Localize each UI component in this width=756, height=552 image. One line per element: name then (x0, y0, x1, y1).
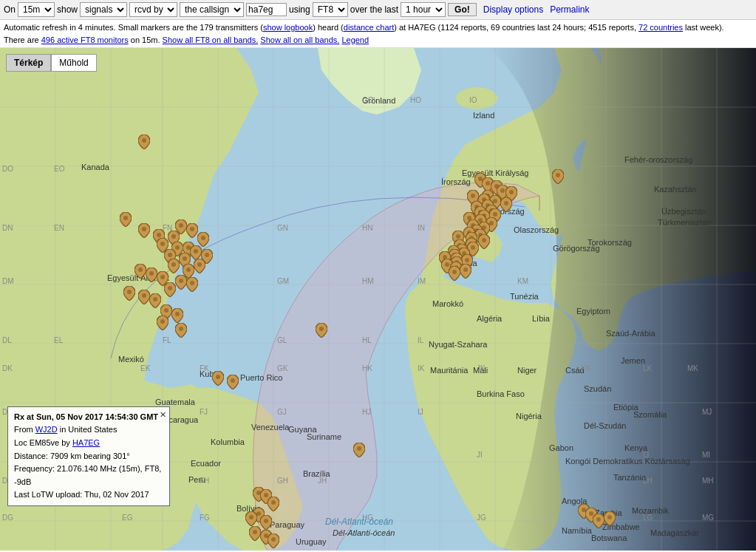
map-marker[interactable] (175, 323, 187, 340)
map-marker[interactable] (194, 259, 205, 276)
svg-point-50 (179, 327, 183, 331)
callsign-type-select[interactable]: the callsign (180, 2, 244, 17)
popup-call-link[interactable]: WJ2D (35, 425, 58, 434)
map-marker[interactable] (227, 375, 239, 392)
muhold-button[interactable]: Műhold (51, 54, 96, 72)
svg-point-58 (357, 446, 361, 451)
svg-point-44 (179, 279, 183, 283)
svg-point-53 (160, 319, 165, 324)
map-marker[interactable] (138, 290, 150, 307)
map-marker[interactable] (175, 275, 187, 292)
display-options-link[interactable]: Display options (483, 4, 543, 15)
show-ft8-link[interactable]: Show all FT8 on all bands. (163, 35, 259, 44)
svg-point-71 (607, 515, 612, 519)
on-label: On (4, 4, 16, 15)
map-marker[interactable] (268, 534, 279, 551)
map-marker[interactable] (175, 219, 187, 236)
map-marker[interactable] (123, 286, 135, 303)
permalink-link[interactable]: Permalink (550, 4, 589, 15)
popup-lotw: Last LoTW upload: Thu, 02 Nov 2017 (14, 488, 163, 502)
svg-point-61 (271, 500, 276, 505)
map-marker[interactable] (268, 497, 279, 514)
map-marker[interactable] (168, 259, 180, 276)
map-marker[interactable] (171, 308, 183, 325)
map-marker[interactable] (478, 234, 490, 251)
svg-point-57 (231, 378, 235, 383)
distance-chart-link[interactable]: distance chart (344, 23, 394, 32)
map-marker[interactable] (249, 526, 261, 543)
map-marker[interactable] (149, 293, 161, 310)
svg-point-113 (452, 270, 457, 274)
svg-point-36 (168, 253, 172, 257)
map-marker[interactable] (593, 514, 605, 531)
popup-from: From WJ2D in United States (14, 423, 163, 437)
svg-point-98 (482, 238, 486, 242)
svg-point-51 (164, 308, 168, 313)
map-marker[interactable] (146, 268, 157, 284)
map-container[interactable]: Térkép Műhold (0, 48, 756, 551)
terkep-button[interactable]: Térkép (6, 54, 51, 72)
mode-select[interactable]: FT8 (313, 2, 348, 17)
countries-link[interactable]: 72 countries (638, 23, 683, 32)
svg-point-30 (201, 236, 205, 240)
svg-point-48 (142, 293, 146, 298)
svg-point-101 (471, 245, 475, 250)
active-monitors-link[interactable]: 496 active FT8 monitors (41, 35, 129, 44)
time-select[interactable]: 1 hour (401, 2, 446, 17)
map-marker[interactable] (120, 212, 132, 229)
show-label: show (57, 4, 78, 15)
svg-point-78 (471, 194, 475, 198)
map-marker[interactable] (552, 169, 564, 186)
map-marker[interactable] (164, 282, 176, 299)
svg-point-56 (216, 375, 220, 379)
legend-link[interactable]: Legend (341, 35, 369, 44)
top-bar: On 15m show signals rcvd by the callsign… (0, 0, 756, 20)
map-marker[interactable] (604, 511, 616, 528)
svg-point-76 (509, 190, 514, 194)
map-marker[interactable] (500, 197, 512, 214)
band-select[interactable]: 15m (18, 2, 55, 17)
show-logbook-link[interactable]: show logbook (263, 23, 313, 32)
popup-loc-link[interactable]: HA7EG (72, 438, 100, 447)
map-marker[interactable] (316, 323, 327, 340)
svg-point-70 (596, 517, 601, 522)
map-marker[interactable] (460, 264, 471, 281)
popup-frequency: Frequency: 21.076.140 MHz (15m), FT8, -9… (14, 463, 163, 488)
svg-point-73 (486, 181, 490, 185)
show-all-link[interactable]: Show all on all bands. (260, 35, 339, 44)
svg-point-42 (149, 271, 154, 276)
info-popup: ✕ Rx at Sun, 05 Nov 2017 14:54:30 GMT Fr… (7, 406, 170, 506)
map-marker[interactable] (138, 223, 150, 240)
svg-point-115 (556, 173, 560, 177)
map-marker[interactable] (212, 371, 224, 388)
svg-point-86 (493, 212, 497, 217)
svg-point-26 (157, 233, 161, 237)
info-bar: Automatic refresh in 4 minutes. Small ma… (0, 20, 756, 48)
svg-point-52 (175, 312, 180, 316)
map-marker[interactable] (138, 134, 150, 151)
popup-close[interactable]: ✕ (160, 409, 166, 422)
svg-point-35 (205, 253, 209, 257)
signals-select[interactable]: signals (80, 2, 127, 17)
callsign-input[interactable] (246, 3, 287, 16)
popup-loc: Loc EM85ve by HA7EG (14, 437, 163, 450)
info-line1: Automatic refresh in 4 minutes. Small ma… (4, 23, 724, 32)
svg-point-54 (142, 138, 146, 143)
svg-point-81 (504, 201, 508, 205)
map-marker[interactable] (449, 266, 460, 283)
map-marker[interactable] (186, 277, 198, 294)
map-marker[interactable] (186, 223, 198, 240)
svg-point-40 (186, 268, 191, 272)
svg-point-25 (142, 227, 146, 231)
svg-point-67 (271, 537, 276, 542)
map-marker[interactable] (353, 443, 365, 460)
svg-point-108 (465, 258, 469, 262)
map-type-buttons: Térkép Műhold (6, 54, 97, 72)
info-line2: There are 496 active FT8 monitors on 15m… (4, 35, 369, 44)
map-marker[interactable] (134, 264, 146, 281)
svg-point-37 (183, 256, 187, 261)
map-marker[interactable] (157, 316, 168, 333)
go-button[interactable]: Go! (448, 3, 477, 16)
popup-distance: Distance: 7909 km bearing 301° (14, 450, 163, 463)
rcvd-select[interactable]: rcvd by (129, 2, 177, 17)
